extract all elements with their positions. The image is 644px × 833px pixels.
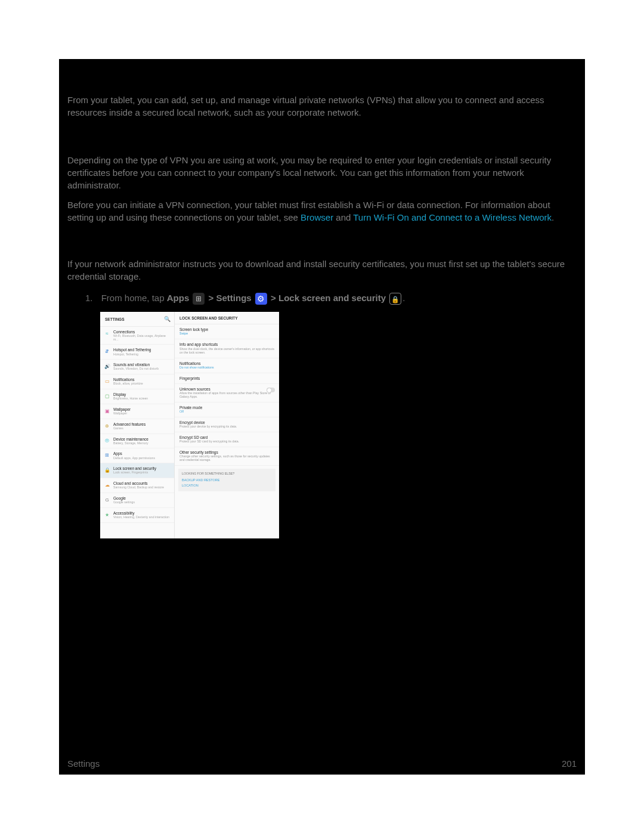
settings-right-list: Screen lock typeSwipeInfo and app shortc… <box>175 324 279 466</box>
search-icon[interactable]: 🔍 <box>164 315 171 323</box>
security-item-title: Private mode <box>179 405 274 410</box>
settings-item-icon: ≈ <box>104 330 110 337</box>
settings-item[interactable]: ⊞AppsDefault apps, App permissions <box>100 448 174 463</box>
step-1: 1. From home, tap Apps ⊞ > Settings ⚙ > … <box>85 292 577 305</box>
settings-left-list: ≈ConnectionsWi-Fi, Bluetooth, Data usage… <box>100 327 174 523</box>
settings-gear-icon: ⚙ <box>255 293 267 305</box>
para-intro: From your tablet, you can add, set up, a… <box>67 94 577 119</box>
settings-item-title: Display <box>113 392 172 397</box>
settings-item-icon: ★ <box>104 512 110 518</box>
settings-item-sub: Samsung Cloud, Backup and restore <box>113 486 172 490</box>
security-item[interactable]: Screen lock typeSwipe <box>175 324 279 339</box>
settings-item-icon: G <box>104 497 110 503</box>
step-number: 1. <box>85 293 93 303</box>
settings-item[interactable]: 🔒Lock screen and securityLock screen, Fi… <box>100 463 174 478</box>
settings-item-title: Accessibility <box>113 511 172 515</box>
settings-item[interactable]: 🔊Sounds and vibrationSounds, Vibration, … <box>100 360 174 374</box>
settings-left-panel: SETTINGS 🔍 ≈ConnectionsWi-Fi, Bluetooth,… <box>100 312 175 538</box>
settings-item[interactable]: GGoogleGoogle settings <box>100 493 174 508</box>
settings-item-icon: 🔊 <box>104 363 110 370</box>
settings-item-text: GoogleGoogle settings <box>113 496 172 504</box>
settings-item-icon: ☁ <box>104 482 110 488</box>
settings-item-sub: Sounds, Vibration, Do not disturb <box>113 367 172 371</box>
looking-for-box: LOOKING FOR SOMETHING ELSE? BACKUP AND R… <box>178 469 275 491</box>
para-setup: If your network administrator instructs … <box>67 258 577 283</box>
para-prepare-1: Depending on the type of VPN you are usi… <box>67 154 577 191</box>
settings-item[interactable]: ⊕Advanced featuresGames <box>100 419 174 434</box>
settings-item-title: Cloud and accounts <box>113 481 172 485</box>
apps-icon: ⊞ <box>193 293 205 305</box>
security-item-title: Encrypt device <box>179 420 274 425</box>
link-location[interactable]: LOCATION <box>182 484 272 488</box>
settings-item-text: Cloud and accountsSamsung Cloud, Backup … <box>113 481 172 490</box>
security-item-title: Info and app shortcuts <box>179 342 274 346</box>
para-prepare-2: Before you can initiate a VPN connection… <box>67 199 577 224</box>
footer-section: Settings <box>67 758 100 769</box>
step-text: From home, tap <box>101 293 167 303</box>
step-settings-label: Settings <box>216 293 252 303</box>
settings-item-icon: ▢ <box>104 393 110 400</box>
settings-item-text: Device maintenanceBattery, Storage, Memo… <box>113 437 172 445</box>
security-item-sub: Show the dual clock, the device owner's … <box>179 348 274 355</box>
settings-item-text: DisplayBrightness, Home screen <box>113 392 172 401</box>
document-page: Virtual Private Networks (VPN) From your… <box>59 59 585 775</box>
settings-item-text: NotificationsBlock, allow, prioritize <box>113 377 172 386</box>
security-item-title: Fingerprints <box>179 376 274 380</box>
settings-item-text: Lock screen and securityLock screen, Fin… <box>113 466 172 475</box>
settings-item-text: Hotspot and TetheringHotspot, Tethering <box>113 348 172 356</box>
security-item[interactable]: Encrypt SD cardProtect your SD card by e… <box>175 432 279 447</box>
settings-item-icon: ⊞ <box>104 452 110 459</box>
link-browser[interactable]: Browser <box>301 212 333 222</box>
settings-item[interactable]: ≈ConnectionsWi-Fi, Bluetooth, Data usage… <box>100 327 174 345</box>
security-item-sub: Swipe <box>179 332 274 336</box>
step-period: . <box>402 293 405 303</box>
lock-icon: 🔒 <box>389 293 401 305</box>
settings-screenshot: SETTINGS 🔍 ≈ConnectionsWi-Fi, Bluetooth,… <box>100 312 279 538</box>
content-area: Virtual Private Networks (VPN) From your… <box>59 71 585 538</box>
security-item-sub: Change other security settings, such as … <box>179 455 274 462</box>
security-item[interactable]: Encrypt deviceProtect your device by enc… <box>175 417 279 432</box>
settings-item-title: Advanced features <box>113 422 172 426</box>
security-item-title: Unknown sources <box>179 387 274 391</box>
settings-item-text: Advanced featuresGames <box>113 422 172 431</box>
settings-item-sub: Block, allow, prioritize <box>113 382 172 386</box>
settings-item[interactable]: ★AccessibilityVision, Hearing, Dexterity… <box>100 508 174 523</box>
toggle-switch[interactable] <box>267 388 275 392</box>
settings-item-text: ConnectionsWi-Fi, Bluetooth, Data usage,… <box>113 330 172 342</box>
settings-item-icon: ▣ <box>104 408 110 414</box>
footer-page-number: 201 <box>562 758 577 769</box>
settings-item-text: Sounds and vibrationSounds, Vibration, D… <box>113 363 172 371</box>
security-item[interactable]: Private modeOff <box>175 402 279 417</box>
settings-item-sub: Vision, Hearing, Dexterity and interacti… <box>113 516 172 519</box>
security-item[interactable]: Other security settingsChange other secu… <box>175 447 279 466</box>
settings-item[interactable]: ▭NotificationsBlock, allow, prioritize <box>100 374 174 389</box>
settings-item-text: AccessibilityVision, Hearing, Dexterity … <box>113 511 172 519</box>
settings-item[interactable]: ⇵Hotspot and TetheringHotspot, Tethering <box>100 345 174 360</box>
settings-item[interactable]: ☁Cloud and accountsSamsung Cloud, Backup… <box>100 478 174 493</box>
settings-item-text: WallpaperWallpaper <box>113 407 172 416</box>
settings-item-title: Lock screen and security <box>113 466 172 470</box>
security-item[interactable]: Info and app shortcutsShow the dual cloc… <box>175 339 279 358</box>
heading-vpn: Virtual Private Networks (VPN) <box>67 71 577 88</box>
settings-item-title: Apps <box>113 451 172 456</box>
settings-item-sub: Lock screen, Fingerprints <box>113 471 172 475</box>
settings-item-title: Notifications <box>113 377 172 382</box>
security-item[interactable]: Unknown sourcesAllow the installation of… <box>175 384 279 402</box>
settings-item-icon: 🔒 <box>104 467 110 473</box>
step-arrow: > <box>209 293 216 303</box>
settings-item[interactable]: ▣WallpaperWallpaper <box>100 404 174 419</box>
settings-item-icon: ⊕ <box>104 423 110 429</box>
settings-item[interactable]: ◎Device maintenanceBattery, Storage, Mem… <box>100 434 174 449</box>
settings-item-title: Device maintenance <box>113 437 172 441</box>
security-item-title: Notifications <box>179 361 274 366</box>
security-item[interactable]: NotificationsDo not show notifications <box>175 358 279 373</box>
security-item-title: Screen lock type <box>179 327 274 332</box>
settings-item[interactable]: ▢DisplayBrightness, Home screen <box>100 389 174 404</box>
security-item[interactable]: Fingerprints <box>175 373 279 384</box>
heading-setup-storage: Set Up Secure Credential Storage <box>67 239 577 252</box>
step-lockscreen-label: Lock screen and security <box>278 293 386 303</box>
link-wifi[interactable]: Turn Wi-Fi On and Connect to a Wireless … <box>353 212 552 222</box>
link-backup-restore[interactable]: BACKUP AND RESTORE <box>182 478 272 483</box>
settings-item-sub: Wallpaper <box>113 412 172 416</box>
page-footer: Settings 201 <box>67 758 577 769</box>
